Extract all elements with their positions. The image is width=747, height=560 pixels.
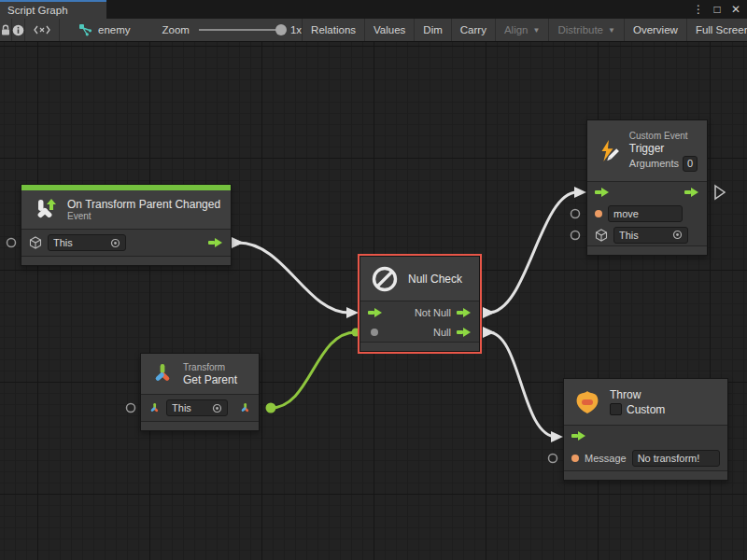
node-on-transform-parent-changed[interactable]: On Transform Parent Changed Event This (21, 184, 232, 266)
node-subtitle: Event (67, 211, 220, 222)
wire-null-to-throw[interactable] (488, 332, 557, 437)
flow-input-port[interactable] (571, 430, 586, 441)
gameobject-cube-icon (29, 236, 42, 249)
node-get-parent[interactable]: Transform Get Parent This (140, 353, 260, 431)
lock-icon (0, 24, 11, 36)
flow-output-port[interactable] (684, 187, 699, 198)
node-title: On Transform Parent Changed (67, 198, 220, 211)
transform-output-port-icon[interactable] (239, 401, 251, 415)
custom-event-icon (597, 137, 621, 165)
graph-canvas[interactable]: On Transform Parent Changed Event This (0, 42, 747, 560)
null-port-label: Null (433, 327, 451, 338)
node-title: Get Parent (183, 373, 237, 386)
graph-toolbar: enemy Zoom 1x Relations Values Dim Carry… (0, 19, 747, 42)
string-input-port[interactable] (595, 210, 602, 217)
chevron-down-icon: ▼ (608, 26, 615, 35)
zoom-slider-handle[interactable] (275, 24, 287, 35)
wire-start-dot (266, 403, 276, 413)
script-graph-icon (78, 23, 92, 36)
graph-name: enemy (98, 24, 131, 35)
node-title: Trigger (629, 142, 698, 155)
flow-input-port[interactable] (368, 307, 383, 318)
zoom-control: Zoom 1x (162, 19, 303, 41)
value-input-port[interactable] (371, 329, 378, 336)
object-picker-icon[interactable] (110, 238, 120, 248)
unconnected-port-circle[interactable] (571, 210, 580, 218)
dim-button[interactable]: Dim (415, 19, 451, 41)
full-screen-button[interactable]: Full Screen (687, 19, 747, 41)
target-field[interactable]: This (166, 399, 228, 416)
info-icon (12, 24, 24, 36)
zoom-slider[interactable] (199, 29, 285, 31)
gameobject-cube-icon (595, 229, 608, 242)
transform-port-icon[interactable] (148, 401, 161, 415)
kebab-menu-icon[interactable]: ⋮ (691, 2, 706, 17)
node-null-check[interactable]: Null Check Not Null Null (359, 256, 480, 352)
unconnected-port-circle[interactable] (549, 455, 557, 463)
flow-input-port[interactable] (595, 187, 610, 198)
not-null-port-label: Not Null (415, 307, 451, 318)
graph-breadcrumb[interactable]: enemy (78, 19, 131, 41)
distribute-button[interactable]: Distribute▼ (549, 19, 625, 41)
align-button[interactable]: Align▼ (496, 19, 550, 41)
node-footer (141, 421, 259, 430)
object-picker-icon[interactable] (212, 403, 222, 413)
wire-end-arrow (551, 431, 563, 442)
edit-source-button[interactable] (25, 19, 60, 41)
wire-end-arrow (574, 187, 586, 198)
message-field[interactable]: No transform! (632, 450, 720, 467)
wire-end-arrow (346, 307, 359, 318)
node-title: Throw (610, 388, 665, 401)
event-name-field[interactable]: move (608, 205, 683, 222)
overview-button[interactable]: Overview (625, 19, 687, 41)
zoom-label: Zoom (162, 24, 190, 35)
toolbar-right-buttons: Relations Values Dim Carry Align▼ Distri… (302, 19, 747, 41)
wire-event-to-nullcheck[interactable] (238, 243, 349, 313)
target-field[interactable]: This (613, 227, 688, 244)
target-field[interactable]: This (48, 234, 126, 251)
flow-output-port[interactable] (208, 237, 223, 248)
chevron-down-icon: ▼ (533, 26, 541, 35)
flow-output-port[interactable] (457, 307, 472, 318)
flow-output-port[interactable] (457, 327, 472, 338)
throw-error-icon (573, 389, 601, 415)
wire-start-arrow (483, 307, 495, 318)
node-throw[interactable]: Throw Custom Message No transform! (563, 378, 728, 481)
arguments-count-field[interactable]: 0 (683, 156, 698, 172)
wire-notnull-to-trigger[interactable] (488, 192, 577, 313)
node-category: Custom Event (629, 131, 698, 142)
object-picker-icon[interactable] (672, 230, 683, 240)
arguments-label: Arguments (629, 158, 679, 169)
unconnected-port-circle[interactable] (571, 231, 580, 240)
node-footer (360, 342, 479, 351)
wire-start-arrow (232, 237, 244, 248)
lock-button[interactable] (0, 19, 12, 41)
relations-button[interactable]: Relations (303, 19, 365, 41)
node-title: Null Check (408, 273, 462, 286)
values-button[interactable]: Values (365, 19, 415, 41)
unconnected-port-circle[interactable] (7, 239, 16, 247)
transform-changed-event-icon (31, 196, 59, 224)
inspect-button[interactable] (12, 19, 25, 41)
unconnected-port-circle[interactable] (127, 404, 135, 413)
wire-getparent-to-nullcheck[interactable] (271, 332, 356, 408)
node-footer (587, 245, 707, 255)
transform-icon (150, 362, 175, 386)
close-icon[interactable]: ✕ (728, 2, 743, 17)
tab-bar: Script Graph ⋮ □ ✕ (0, 0, 747, 19)
unconnected-flow-triangle[interactable] (715, 186, 725, 199)
unity-visual-scripting-window: Script Graph ⋮ □ ✕ (0, 0, 747, 560)
message-label: Message (585, 453, 627, 464)
custom-checkbox-label: Custom (627, 403, 665, 416)
tab-title: Script Graph (7, 5, 68, 16)
tab-script-graph[interactable]: Script Graph (0, 0, 106, 19)
null-check-icon (370, 264, 400, 294)
carry-button[interactable]: Carry (452, 19, 496, 41)
node-footer (21, 256, 231, 265)
maximize-icon[interactable]: □ (710, 2, 725, 17)
node-trigger-custom-event[interactable]: Custom Event Trigger Arguments 0 (586, 119, 708, 256)
node-category: Transform (183, 362, 237, 373)
window-controls: ⋮ □ ✕ (691, 0, 743, 19)
string-input-port[interactable] (571, 455, 579, 462)
custom-checkbox[interactable] (610, 403, 622, 415)
